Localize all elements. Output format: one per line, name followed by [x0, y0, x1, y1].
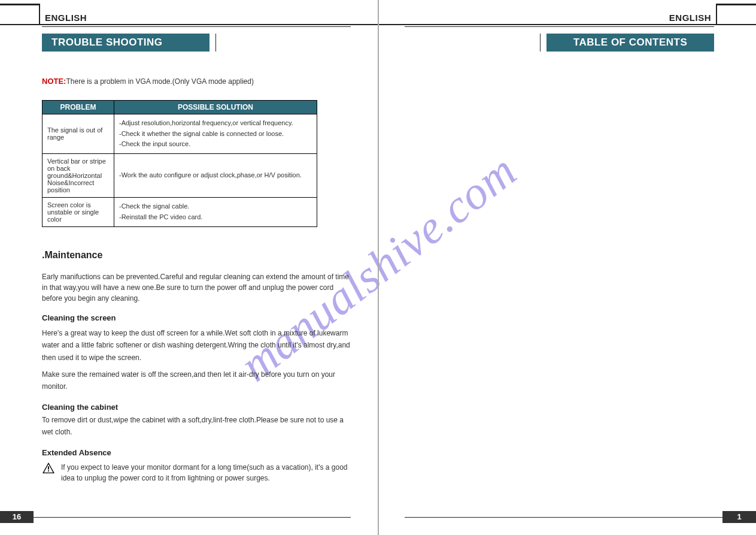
th-problem: PROBLEM [42, 101, 114, 114]
table-row: Vertical bar or stripe on back ground&Ho… [42, 153, 317, 197]
cell-problem: Vertical bar or stripe on back ground&Ho… [42, 153, 114, 197]
table-row: Screen color is unstable or single color… [42, 197, 317, 226]
title-divider [215, 34, 216, 52]
page-left: ENGLISH TROUBLE SHOOTING NOTE:There is a… [0, 0, 378, 535]
cell-solution: -Check the signal cable. -Reinstall the … [114, 197, 317, 226]
svg-rect-0 [48, 466, 49, 469]
note-label: NOTE: [42, 77, 66, 86]
page-number-left: 16 [0, 511, 34, 523]
extended-absence-heading: Extended Absence [42, 448, 351, 457]
warning-text: If you expect to leave your monitor dorm… [61, 462, 348, 483]
footer-rule [405, 517, 722, 518]
clean-cabinet-p: To remove dirt or dust,wipe the cabinet … [42, 414, 351, 439]
lang-label-left: ENGLISH [45, 13, 87, 22]
header-rule-inner [42, 26, 351, 27]
clean-screen-p2: Make sure the remained water is off the … [42, 368, 351, 393]
header-rule [0, 24, 378, 25]
content-left: NOTE:There is a problem in VGA mode.(Onl… [42, 72, 351, 483]
footer-rule [34, 517, 351, 518]
troubleshoot-table: PROBLEM POSSIBLE SOLUTION The signal is … [42, 100, 317, 227]
header-stub [717, 4, 756, 5]
section-title-left: TROUBLE SHOOTING [42, 34, 210, 52]
warning-icon [42, 462, 55, 474]
lang-label-right: ENGLISH [669, 13, 711, 22]
clean-cabinet-heading: Cleaning the cabinet [42, 403, 351, 412]
cell-problem: Screen color is unstable or single color [42, 197, 114, 226]
th-solution: POSSIBLE SOLUTION [114, 101, 317, 114]
clean-screen-heading: Cleaning the screen [42, 313, 351, 322]
page-right: ENGLISH TABLE OF CONTENTS 1 [378, 0, 756, 535]
manual-spread: manualshive.com ENGLISH TROUBLE SHOOTING… [0, 0, 756, 535]
table-row: The signal is out of range -Adjust resol… [42, 114, 317, 154]
section-title-right: TABLE OF CONTENTS [546, 34, 714, 52]
center-gutter [378, 0, 379, 535]
header-stub [0, 4, 39, 5]
maintenance-paragraph: Early manifuctions can be prevented.Care… [42, 271, 351, 304]
maintenance-heading: .Maintenance [42, 250, 351, 261]
title-divider [540, 34, 541, 52]
header-stub-v [716, 4, 717, 25]
header-stub-v [39, 4, 40, 25]
svg-rect-1 [48, 470, 49, 471]
table-head-row: PROBLEM POSSIBLE SOLUTION [42, 101, 317, 114]
page-number-right: 1 [722, 511, 756, 523]
header-rule [378, 24, 756, 25]
warning-row: If you expect to leave your monitor dorm… [42, 462, 351, 483]
cell-solution: -Work the auto configure or adjust clock… [114, 153, 317, 197]
clean-screen-p1: Here's a great way to keep the dust off … [42, 327, 351, 364]
note-text: There is a problem in VGA mode.(Only VGA… [66, 77, 253, 86]
header-rule-inner [405, 26, 714, 27]
note-line: NOTE:There is a problem in VGA mode.(Onl… [42, 77, 351, 86]
cell-solution: -Adjust resolution,horizontal frequency,… [114, 114, 317, 154]
cell-problem: The signal is out of range [42, 114, 114, 154]
